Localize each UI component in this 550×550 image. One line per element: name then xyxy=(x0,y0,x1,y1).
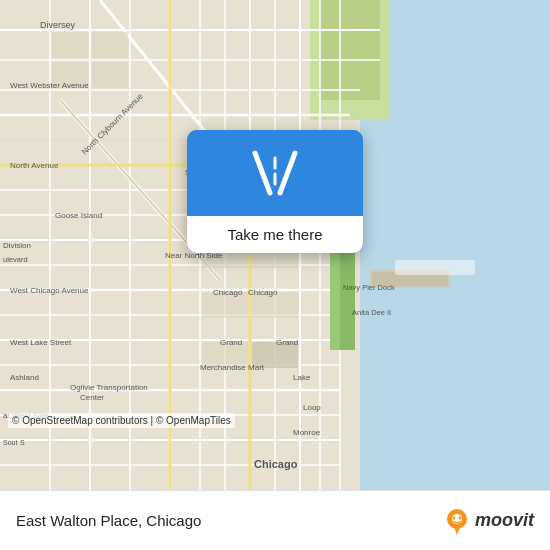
svg-rect-3 xyxy=(320,0,380,100)
svg-text:North Avenue: North Avenue xyxy=(10,161,59,170)
svg-point-90 xyxy=(458,516,461,519)
svg-text:Diversey: Diversey xyxy=(40,20,76,30)
location-label: East Walton Place, Chicago xyxy=(16,512,201,529)
svg-text:Ogilvie Transportation: Ogilvie Transportation xyxy=(70,383,148,392)
svg-text:Chicago: Chicago xyxy=(254,458,298,470)
svg-text:Navy Pier Dock: Navy Pier Dock xyxy=(343,283,395,292)
svg-line-82 xyxy=(255,153,270,193)
svg-rect-44 xyxy=(52,32,88,58)
svg-text:Lake: Lake xyxy=(293,373,311,382)
svg-text:West Webster Avenue: West Webster Avenue xyxy=(10,81,89,90)
svg-point-89 xyxy=(452,516,455,519)
svg-text:S: S xyxy=(20,439,25,446)
svg-rect-47 xyxy=(92,62,128,88)
svg-text:Merchandise Mart: Merchandise Mart xyxy=(200,363,265,372)
bottom-bar: East Walton Place, Chicago moovit xyxy=(0,490,550,550)
svg-text:ulevard: ulevard xyxy=(3,255,28,264)
svg-text:Monroe: Monroe xyxy=(293,428,321,437)
svg-text:Grand: Grand xyxy=(276,338,298,347)
map-attribution: © OpenStreetMap contributors | © OpenMap… xyxy=(8,413,235,428)
moovit-logo: moovit xyxy=(443,507,534,535)
popup-icon-area xyxy=(187,130,363,216)
svg-text:Center: Center xyxy=(80,393,104,402)
svg-text:West Lake Street: West Lake Street xyxy=(10,338,72,347)
svg-text:Division: Division xyxy=(3,241,31,250)
svg-text:Goose Island: Goose Island xyxy=(55,211,102,220)
svg-rect-43 xyxy=(395,260,475,275)
svg-text:Sout: Sout xyxy=(3,439,17,446)
map-container: Diversey West Webster Avenue North Avenu… xyxy=(0,0,550,490)
svg-text:West Chicago Avenue: West Chicago Avenue xyxy=(10,286,89,295)
road-icon xyxy=(245,148,305,202)
svg-text:Chicago: Chicago xyxy=(248,288,278,297)
svg-line-83 xyxy=(280,153,295,193)
svg-text:Ashland: Ashland xyxy=(10,373,39,382)
svg-rect-45 xyxy=(92,32,128,58)
svg-text:Loop: Loop xyxy=(303,403,321,412)
svg-text:Grand: Grand xyxy=(220,338,242,347)
svg-text:Chicago: Chicago xyxy=(213,288,243,297)
navigation-popup: Take me there xyxy=(187,130,363,253)
svg-marker-88 xyxy=(454,527,460,535)
moovit-brand-text: moovit xyxy=(475,510,534,531)
moovit-brand-icon xyxy=(443,507,471,535)
take-me-there-button[interactable]: Take me there xyxy=(187,216,363,253)
svg-text:Anita Dee II: Anita Dee II xyxy=(352,308,391,317)
